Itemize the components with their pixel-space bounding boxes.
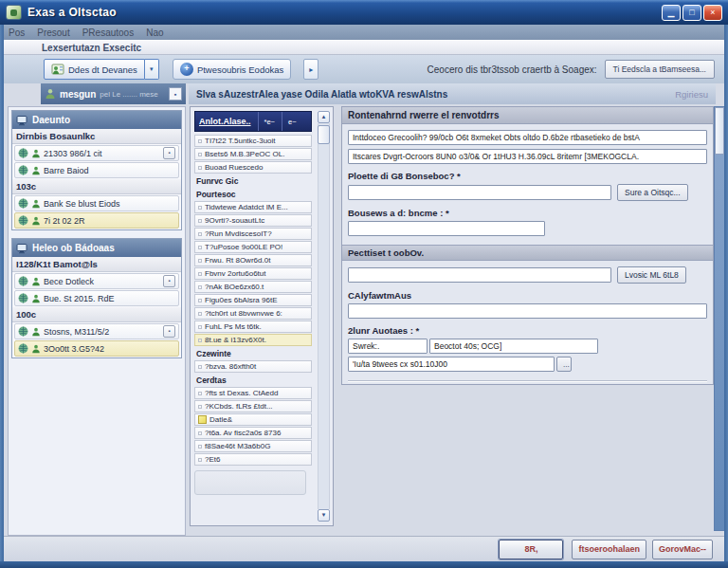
debtor-data-dropdown-icon[interactable]: ▾	[145, 59, 159, 80]
footer-button-1[interactable]: 8R,	[499, 540, 563, 559]
list-item[interactable]: Frwu. Rt 8Owr6d.0t	[194, 254, 312, 266]
menu-item-3[interactable]: PResautoos	[82, 27, 134, 38]
menu-bar: PosPresoutPResautoosNao	[0, 25, 728, 40]
observations-label: CAlyfawtmAus	[348, 290, 707, 301]
list-group-heading: Cerdtas	[194, 374, 312, 386]
list-item[interactable]: Fbvnv 2ortu6o6tut	[194, 267, 312, 280]
globe-icon	[18, 276, 28, 286]
attach-file-button[interactable]: Lvosic ML 6tL8	[617, 266, 686, 284]
processes-label: Ptwesoubris Eodokas	[197, 64, 283, 75]
tick-icon	[198, 431, 202, 435]
scroll-up-icon[interactable]: ▲	[318, 111, 330, 123]
list-scroll-thumb[interactable]	[318, 125, 330, 144]
browse-more-button[interactable]: ...	[556, 357, 572, 372]
menu-item-1[interactable]: Pos	[9, 27, 25, 38]
list-item[interactable]: Tidwtewe Adatdct IM E...	[194, 201, 312, 213]
sidebar-row[interactable]: 7i 2t 02 2R	[14, 212, 179, 229]
subject-label: Bousews a d: bncme : *	[348, 208, 707, 218]
recipient-input[interactable]	[348, 185, 611, 200]
person-icon	[31, 294, 41, 303]
menu-item-2[interactable]: Presout	[37, 27, 69, 38]
sidebar-row[interactable]: Bece Dotleck▪	[14, 273, 179, 289]
list-scrollbar[interactable]: ▲ ▼	[318, 111, 330, 522]
tick-icon	[198, 339, 202, 342]
type-value-field[interactable]: Beoctot 40s; OCG]	[429, 339, 598, 354]
debtor-data-button[interactable]: Ddes dt Devanes	[44, 59, 145, 80]
list-item-label: ?fts st Dexas. CtAedd	[205, 389, 278, 397]
sidebar-row[interactable]: Bank Se blust Eiods	[14, 195, 179, 211]
list-sort-column-1[interactable]: *e~	[258, 112, 275, 131]
list-item[interactable]: Bsets6 M.B.3PeOC OL.	[194, 148, 312, 160]
attachment-input[interactable]	[348, 267, 611, 283]
toolbar-action-button[interactable]: Ti Eedscla a tBamseesa...	[605, 60, 715, 79]
list-item[interactable]: ?KCbds. fLRs £tdt...	[194, 400, 312, 412]
sidebar-row[interactable]: Stosns, M311/5/2▪	[14, 323, 179, 339]
sidebar-panel-1: DaeuntoDirnbis Bosaunlkc21303 986/1 cit▪…	[11, 110, 182, 230]
form-divider	[348, 380, 707, 382]
sidebar-row[interactable]: Bue. St 2015. RdE	[14, 290, 179, 306]
list-item[interactable]: ?bzva. 86xfth0t	[194, 360, 312, 373]
list-item[interactable]: Buoad Ruescedo	[194, 161, 312, 174]
breadcrumb-toggle-icon[interactable]: ▪	[169, 87, 182, 101]
sidebar-row[interactable]: 21303 986/1 cit▪	[14, 145, 179, 161]
window-border-right	[724, 25, 728, 568]
list-item[interactable]: ?Et6	[194, 453, 312, 466]
panel-header[interactable]: Daeunto	[12, 111, 181, 129]
list-item[interactable]: 8t.ue & i13zv6X0t.	[194, 334, 312, 346]
row-detail-icon[interactable]: ▪	[163, 275, 175, 287]
observations-input[interactable]	[348, 303, 707, 319]
list-item[interactable]: ?nAk BOe6zx60.t	[194, 281, 312, 293]
globe-icon	[18, 343, 28, 354]
close-icon[interactable]: ×	[703, 5, 722, 21]
type-detail-field[interactable]: 'Iu/ta 9twees cx s01.10J00	[348, 357, 555, 372]
row-detail-icon[interactable]: ▪	[163, 147, 175, 159]
tick-icon	[198, 206, 202, 210]
list-item[interactable]: TI7t22 T.5untkc-3uoit	[194, 135, 312, 147]
menu-item-4[interactable]: Nao	[146, 27, 163, 38]
list-item[interactable]: 9Ovrti?-souautLtc	[194, 214, 312, 227]
tick-icon	[198, 232, 202, 236]
list-item[interactable]: Datle&	[194, 413, 312, 426]
list-item[interactable]: ?fts st Dexas. CtAedd	[194, 387, 312, 399]
list-header-title[interactable]: Anlot.Alase..	[199, 117, 251, 126]
list-header[interactable]: Anlot.Alase.. *e~ e~	[194, 111, 312, 132]
maximize-icon[interactable]: □	[682, 5, 701, 21]
scroll-down-icon[interactable]: ▼	[318, 509, 330, 522]
sidebar-row[interactable]: 3Oo0tt 3.G5?42	[14, 340, 179, 357]
breadcrumb-link[interactable]: Rgiriesu	[675, 89, 708, 100]
toolbar-extra-icon[interactable]: ▸	[303, 59, 318, 80]
row-detail-icon[interactable]: ▪	[163, 325, 175, 338]
list-item[interactable]: ?t6a. Av fisc2a0s 8736	[194, 427, 312, 439]
breadcrumb-subtitle: pel Le ....... mese	[100, 90, 165, 99]
list-group-heading: Funrvc Gic	[194, 174, 312, 187]
right-scroll-thumb[interactable]	[715, 107, 724, 155]
sidebar-row[interactable]: Barre Baiod	[14, 162, 179, 178]
breadcrumb-title: mesgun	[60, 89, 96, 100]
list-item-label: 9Ovrti?-souautLtc	[205, 216, 264, 225]
footer-button-2[interactable]: ftsoeroohalaen	[572, 540, 646, 559]
list-item[interactable]: T?uPosoe 9o00LE PO!	[194, 241, 312, 253]
footer-button-3[interactable]: GorovMac--	[652, 540, 713, 559]
processes-button[interactable]: + Ptwesoubris Eodokas	[173, 59, 291, 80]
minimize-icon[interactable]: ▁	[662, 5, 681, 21]
list-item[interactable]: ?tch0rt ut 8bvwnvwe 6:	[194, 307, 312, 320]
list-item[interactable]: f8Sae46t M3a6b0G	[194, 440, 312, 452]
person-icon	[31, 149, 41, 158]
list-item[interactable]: ?Run MvdiscesoIT?	[194, 228, 312, 240]
list-item[interactable]: FuhL Ps Ms t6tk.	[194, 321, 312, 333]
person-icon	[31, 344, 41, 354]
select-office-button[interactable]: Sure a Oitsqc...	[617, 184, 688, 201]
list-item[interactable]: Figu0es 6bAlsra 96tE	[194, 294, 312, 306]
list-item-label: ?bzva. 86xfth0t	[205, 362, 256, 371]
list-sort-column-2[interactable]: e~	[282, 112, 297, 131]
panel-header[interactable]: Heleo ob Bádoaas	[12, 239, 181, 257]
list-preview-box	[194, 470, 306, 495]
tick-icon	[198, 272, 202, 276]
info-line-1[interactable]: Inttdoceo Grecoolih? 99/0cb O6t 8xmeket …	[348, 130, 707, 145]
subject-input[interactable]	[348, 221, 545, 236]
info-line-2[interactable]: Itscares Dvgrt-Ocroors 8UN0 o3/0& Or 1tH…	[348, 149, 707, 164]
breadcrumb-description: Slva sAuzestrAlea yase Odila Alatla wtoK…	[196, 89, 447, 100]
group-heading: 100c	[12, 307, 181, 322]
type-key-field[interactable]: Swrek:.	[348, 339, 428, 354]
list-scroll-track[interactable]	[318, 123, 330, 509]
